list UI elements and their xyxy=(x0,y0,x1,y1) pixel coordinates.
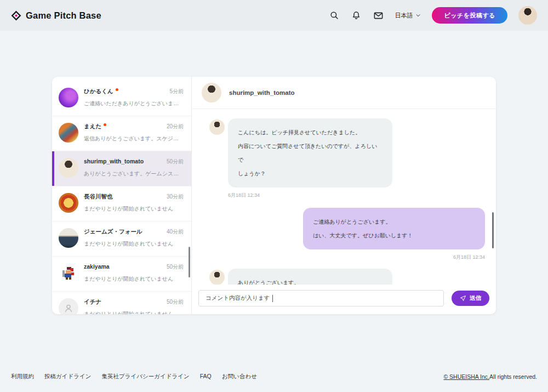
conversation-scrollbar[interactable] xyxy=(492,212,494,248)
sender-avatar xyxy=(209,270,225,285)
default-avatar-icon xyxy=(59,298,78,314)
chat-list-item-hasegawa[interactable]: 長谷川智也 30分前 まだやりとりが開始されていません xyxy=(52,186,191,221)
logo-text: Game Pitch Base xyxy=(26,10,101,21)
chat-name: 長谷川智也 xyxy=(84,193,113,201)
language-selector[interactable]: 日本語 xyxy=(395,12,421,20)
send-paper-plane-icon xyxy=(460,295,466,302)
comment-input[interactable]: コメント内容が入ります xyxy=(198,290,444,306)
footer-link-privacy-guidelines[interactable]: 集英社プライバシーガイドライン xyxy=(101,373,189,380)
conversation-pane: shurimp_with_tomato こんにちは。ピッチ拝見させていただきまし… xyxy=(192,77,496,314)
chat-time: 50分前 xyxy=(167,263,184,271)
message-bubble: こんにちは。ピッチ拝見させていただきました。 内容についてご質問させて頂きたいの… xyxy=(228,118,392,188)
sender-avatar xyxy=(209,120,225,135)
avatar xyxy=(59,193,78,213)
chat-preview: まだやりとりが開始されていません xyxy=(84,275,184,283)
chat-preview: まだやりとりが開始されていません xyxy=(84,205,184,213)
logo-diamond-icon xyxy=(11,10,21,21)
chat-time: 50分前 xyxy=(167,158,184,166)
send-button-label: 送信 xyxy=(470,294,481,302)
chat-time: 5分前 xyxy=(169,88,184,95)
chat-name: zakiyama xyxy=(84,263,110,270)
chat-list: ひかるくん 5分前 ご連絡いただきありがとうございます。… まえた 20分前 返… xyxy=(52,77,192,314)
top-navigation-bar: Game Pitch Base 日本語 ピッチを投稿する xyxy=(0,0,548,31)
chat-preview: まだやりとりが開始されていません xyxy=(84,310,184,314)
avatar xyxy=(59,158,78,178)
messaging-card: ひかるくん 5分前 ご連絡いただきありがとうございます。… まえた 20分前 返… xyxy=(52,77,496,314)
unread-dot xyxy=(116,88,118,91)
chat-preview: 返信ありがとうございます。スケジュー… xyxy=(84,135,184,143)
chat-list-item-shurimp-selected[interactable]: shurimp_with_tomato 50分前 ありがとうございます。ゲームシ… xyxy=(52,151,191,186)
unread-dot xyxy=(104,123,106,126)
message-timestamp: 6月18日 12:34 xyxy=(228,192,392,199)
footer-links: 利用規約 投稿ガイドライン 集英社プライバシーガイドライン FAQ お問い合わせ xyxy=(11,373,257,380)
chat-list-item-james[interactable]: ジェームズ・フォール 40分前 まだやりとりが開始されていません xyxy=(52,221,191,257)
messages-mail-icon[interactable] xyxy=(373,10,384,21)
partner-name: shurimp_with_tomato xyxy=(229,89,294,96)
chat-time: 40分前 xyxy=(167,228,184,236)
post-pitch-button[interactable]: ピッチを投稿する xyxy=(432,7,507,24)
chat-list-scrollbar[interactable] xyxy=(189,247,190,277)
chat-list-item-zakiyama[interactable]: zakiyama 50分前 まだやりとりが開始されていません xyxy=(52,257,191,292)
chat-name: shurimp_with_tomato xyxy=(84,158,144,164)
chat-name: ジェームズ・フォール xyxy=(84,228,142,236)
logo[interactable]: Game Pitch Base xyxy=(11,10,101,21)
footer-link-contact[interactable]: お問い合わせ xyxy=(222,373,257,380)
message-timestamp: 6月18日 12:34 xyxy=(453,254,485,261)
chat-time: 20分前 xyxy=(167,123,184,130)
footer-link-faq[interactable]: FAQ xyxy=(200,373,212,380)
user-avatar[interactable] xyxy=(518,6,537,25)
language-label: 日本語 xyxy=(395,12,413,20)
message-history: こんにちは。ピッチ拝見させていただきました。 内容についてご質問させて頂きたいの… xyxy=(192,109,496,314)
comment-composer: コメント内容が入ります 送信 xyxy=(192,285,496,314)
copyright-notice: © SHUEISHA Inc.All rights reserved. xyxy=(443,373,537,380)
chat-preview: ありがとうございます。ゲームシステム… xyxy=(84,170,184,178)
message-incoming: こんにちは。ピッチ拝見させていただきました。 内容についてご質問させて頂きたいの… xyxy=(209,118,485,199)
avatar xyxy=(59,123,78,143)
partner-avatar xyxy=(202,83,221,103)
chat-preview: ご連絡いただきありがとうございます。… xyxy=(84,100,184,107)
chat-name: イチナ xyxy=(84,298,101,306)
chat-list-item-maeta[interactable]: まえた 20分前 返信ありがとうございます。スケジュー… xyxy=(52,116,191,151)
avatar xyxy=(59,263,78,283)
copyright-text: All rights reserved. xyxy=(489,373,537,380)
notifications-bell-icon[interactable] xyxy=(351,10,362,21)
avatar xyxy=(59,228,78,248)
chat-list-item-ichina[interactable]: イチナ 50分前 まだやりとりが開始されていません xyxy=(52,292,191,314)
footer-link-terms[interactable]: 利用規約 xyxy=(11,373,34,380)
chat-name: ひかるくん xyxy=(84,88,113,95)
chat-name: まえた xyxy=(84,123,101,130)
chevron-down-icon xyxy=(415,13,421,18)
chat-preview: まだやりとりが開始されていません xyxy=(84,240,184,248)
chat-list-item-hikarukun[interactable]: ひかるくん 5分前 ご連絡いただきありがとうございます。… xyxy=(52,81,191,116)
chat-time: 50分前 xyxy=(167,298,184,306)
chat-time: 30分前 xyxy=(167,193,184,201)
send-button[interactable]: 送信 xyxy=(452,291,489,306)
search-icon[interactable] xyxy=(329,10,340,21)
avatar xyxy=(59,88,78,107)
text-cursor xyxy=(272,295,273,302)
copyright-link[interactable]: © SHUEISHA Inc. xyxy=(443,373,489,380)
message-bubble: ご連絡ありがとうございます。 はい、大丈夫です。ぜひお願いします！ xyxy=(303,208,485,249)
conversation-header: shurimp_with_tomato xyxy=(192,77,496,109)
footer-link-posting-guidelines[interactable]: 投稿ガイドライン xyxy=(44,373,91,380)
comment-input-value: コメント内容が入ります xyxy=(206,294,270,302)
message-outgoing: ご連絡ありがとうございます。 はい、大丈夫です。ぜひお願いします！ 6月18日 … xyxy=(209,208,485,261)
page-footer: 利用規約 投稿ガイドライン 集英社プライバシーガイドライン FAQ お問い合わせ… xyxy=(0,361,548,392)
